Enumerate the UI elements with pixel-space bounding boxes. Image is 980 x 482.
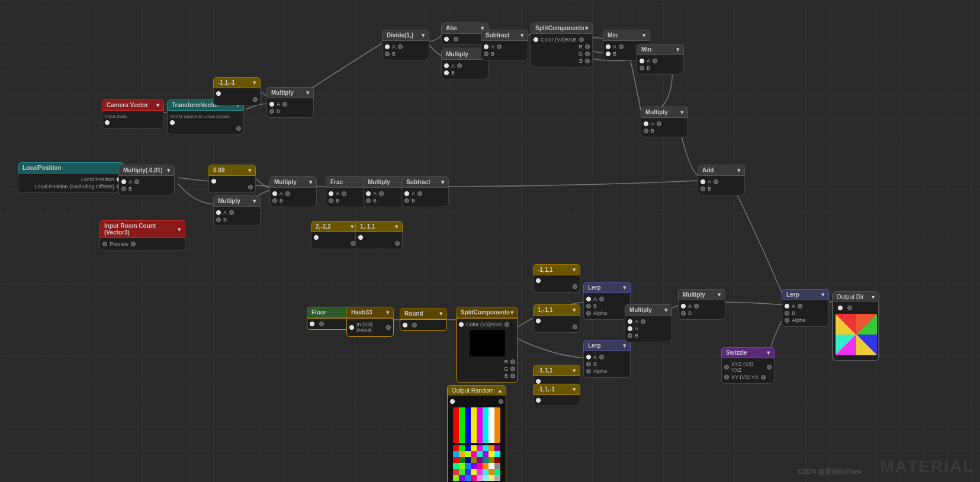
camera-vector-chevron[interactable]: ▾ [156, 102, 159, 108]
split-comp-top-chevron[interactable]: ▾ [585, 25, 588, 31]
val-n111-bot2-header[interactable]: -1,1,-1 ▾ [533, 384, 580, 395]
round-body [400, 319, 447, 331]
round-header[interactable]: Round ▾ [400, 308, 447, 319]
output-random-chevron[interactable]: ▴ [499, 387, 502, 394]
val-n111-mid-header[interactable]: -1,1,1 ▾ [533, 264, 580, 275]
val-111-mid2-chevron[interactable]: ▾ [573, 307, 576, 313]
mh-b-label: B [688, 310, 692, 316]
split-comp-top-header[interactable]: SplitComponents ▾ [531, 23, 593, 34]
val-111b-header[interactable]: 1,-1,1 ▾ [355, 221, 403, 232]
val-111b-chevron[interactable]: ▾ [395, 223, 398, 230]
val-099-header[interactable]: 0.99 ▾ [208, 165, 256, 176]
val-n111-bot-chevron[interactable]: ▾ [573, 367, 576, 374]
multiply-h-chevron[interactable]: ▾ [718, 291, 721, 298]
abs-label: Abs [446, 25, 457, 31]
lerp-a-chevron[interactable]: ▾ [623, 284, 626, 291]
hash33-chevron[interactable]: ▾ [386, 309, 389, 316]
val-222-header[interactable]: 2,-2,2 ▾ [311, 221, 358, 232]
od-in-pin [838, 306, 843, 310]
output-dir-chevron[interactable]: ▾ [872, 294, 875, 300]
lerp-c-header[interactable]: Lerp ▾ [782, 289, 829, 300]
output-random-header[interactable]: Output Random ▴ [448, 385, 506, 396]
multiply-g-header[interactable]: Multiply ▾ [625, 304, 672, 316]
multiply-g-chevron[interactable]: ▾ [664, 307, 667, 313]
mf-b-pin [644, 128, 648, 133]
lc-row-alpha: Alpha [782, 317, 828, 324]
min-a-chevron[interactable]: ▾ [642, 32, 645, 38]
me-b-pin [444, 70, 449, 75]
divide-chevron[interactable]: ▾ [422, 32, 425, 38]
local-position-header[interactable]: LocalPosition [18, 162, 124, 173]
multiply-h-header[interactable]: Multiply ▾ [678, 289, 725, 300]
camera-vector-header[interactable]: Camera Vector ▾ [102, 99, 164, 111]
lc-alpha-pin [785, 318, 789, 323]
subtract-a-chevron[interactable]: ▾ [441, 179, 444, 185]
swizzle-header[interactable]: Swizzle ▾ [721, 347, 775, 358]
val-n111-mid-label: -1,1,1 [538, 266, 553, 273]
val-n111-top-header[interactable]: -1,1,-1 ▾ [213, 77, 261, 88]
lerp-a-header[interactable]: Lerp ▾ [583, 282, 631, 293]
swizzle-chevron[interactable]: ▾ [767, 349, 770, 356]
subtract-b-label: Subtract [486, 32, 510, 38]
lerp-b-chevron[interactable]: ▾ [623, 342, 626, 349]
min-b-header[interactable]: Min ▾ [637, 44, 684, 55]
split-comp-mid-header[interactable]: SplitComponents ▾ [456, 307, 518, 318]
multiply-001-chevron[interactable]: ▾ [167, 167, 170, 173]
sw-xy-label: XY (V2) YX [731, 374, 759, 380]
val-099-chevron[interactable]: ▾ [248, 167, 251, 173]
lc-alpha-label: Alpha [792, 317, 805, 323]
scm-r-label: R [505, 359, 509, 365]
multiply-b-header[interactable]: Multiply ▾ [269, 176, 317, 188]
lerp-a-label: Lerp [588, 284, 601, 291]
val-n111-mid-chevron[interactable]: ▾ [573, 266, 576, 273]
scm-g-pin [510, 367, 515, 371]
vnb2-pin [534, 397, 580, 403]
scm-r-pin [510, 359, 515, 364]
multiply-f-chevron[interactable]: ▾ [680, 109, 683, 115]
lerp-b-header[interactable]: Lerp ▾ [583, 340, 631, 351]
multiply-f-header[interactable]: Multiply ▾ [641, 107, 688, 118]
abs-in [454, 37, 458, 41]
subtract-b-header[interactable]: Subtract ▾ [481, 30, 528, 41]
val-n111-bot-header[interactable]: -1,1,1 ▾ [533, 365, 580, 376]
hash33-header[interactable]: Hash33 ▾ [346, 307, 394, 318]
vn-pin-r [214, 97, 260, 102]
lp-row2: Local Position (Excluding Offsets) [18, 183, 124, 190]
lc-row-a: A [782, 303, 828, 310]
vn-pin [214, 91, 260, 97]
val-n111-bot2-chevron[interactable]: ▾ [573, 386, 576, 393]
add-header[interactable]: Add ▾ [698, 165, 745, 176]
lerp-a-body: A B Alpha [583, 293, 631, 320]
multiply-c-header[interactable]: Multiply ▾ [213, 195, 261, 207]
input-room-count-header[interactable]: Input Room Count (Vector3) ▾ [99, 220, 185, 238]
round-out-pin [412, 323, 417, 327]
subtract-b-chevron[interactable]: ▾ [520, 32, 523, 38]
val-111-mid2-header[interactable]: 1,-1,1 ▾ [533, 304, 580, 316]
round-chevron[interactable]: ▾ [439, 310, 442, 317]
output-dir-header[interactable]: Output Dir ▾ [833, 292, 879, 302]
mh-b-pin [681, 311, 686, 316]
multiply-a-header[interactable]: Multiply ▾ [266, 87, 314, 98]
subtract-a-header[interactable]: Subtract ▾ [401, 176, 449, 188]
multiply-a-chevron[interactable]: ▾ [306, 89, 309, 96]
lerp-c-body: A B Alpha [782, 300, 829, 327]
add-chevron[interactable]: ▾ [737, 167, 740, 173]
val-n111-chevron[interactable]: ▾ [253, 79, 256, 86]
sb-b-pin [484, 52, 489, 56]
sct-r-pin [585, 44, 590, 49]
val-222-chevron[interactable]: ▾ [351, 223, 354, 230]
v222-in [351, 241, 355, 246]
min-b-chevron[interactable]: ▾ [676, 46, 679, 53]
input-room-count-chevron[interactable]: ▾ [178, 226, 181, 233]
multiply-001-header[interactable]: Multiply(.0,01) ▾ [118, 165, 175, 176]
mg-b-pin [628, 333, 632, 338]
min-a-header[interactable]: Min ▾ [603, 30, 650, 41]
multiply-c-chevron[interactable]: ▾ [253, 198, 256, 204]
multiply-b-chevron[interactable]: ▾ [309, 179, 312, 185]
split-comp-mid-chevron[interactable]: ▾ [510, 309, 513, 316]
lc-a-label: A [792, 303, 795, 309]
minb-row-b: B [637, 65, 683, 72]
divide-header[interactable]: Divide(1,) ▾ [382, 30, 429, 41]
h33-in-label: In (V3) Result [356, 322, 384, 333]
lerp-c-chevron[interactable]: ▾ [821, 291, 824, 298]
